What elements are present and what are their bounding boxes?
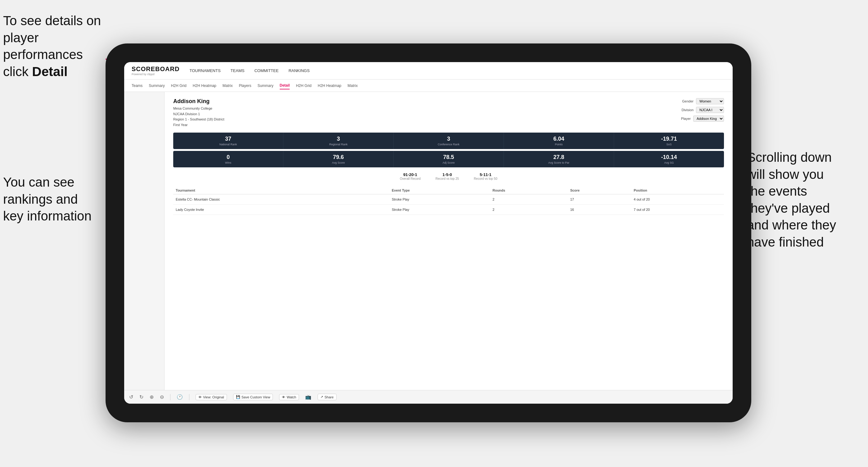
player-school: Mesa Community College (173, 106, 224, 112)
stat-avg-score-label: Avg Score (287, 161, 390, 164)
player-year: First Year (173, 122, 224, 128)
tablet-screen: SCOREBOARD Powered by clippd TOURNAMENTS… (124, 62, 733, 404)
separator-2 (189, 394, 189, 400)
nav-rankings[interactable]: RANKINGS (288, 67, 310, 74)
table-row: Estella CC- Mountain Classic Stroke Play… (173, 194, 724, 205)
division-label: Division (681, 108, 693, 112)
col-rounds: Rounds (490, 187, 567, 194)
tab-player-h2h-heatmap[interactable]: H2H Heatmap (318, 82, 341, 89)
stat-sos-label: SoS (618, 143, 720, 146)
zoom-in-icon[interactable]: ⊕ (150, 394, 154, 400)
logo-area: SCOREBOARD Powered by clippd (132, 65, 180, 76)
tab-summary[interactable]: Summary (149, 82, 164, 89)
col-score: Score (568, 187, 631, 194)
cell-event-type-1: Stroke Play (389, 194, 490, 205)
view-original-button[interactable]: 👁 View: Original (195, 394, 227, 400)
stat-wins-label: Wins (177, 161, 279, 164)
stat-sos-value: -19.71 (618, 136, 720, 142)
player-control: Player Addison King (681, 116, 724, 122)
nav-tournaments[interactable]: TOURNAMENTS (189, 67, 220, 74)
stat-adj-score: 78.5 Adj Score (394, 151, 504, 167)
stat-national-rank-value: 37 (177, 136, 279, 142)
col-position: Position (631, 187, 724, 194)
stat-wins-value: 0 (177, 154, 279, 160)
stat-conference-rank: 3 Conference Rank (394, 132, 504, 149)
undo-icon[interactable]: ↺ (129, 394, 133, 400)
col-event-type: Event Type (389, 187, 490, 194)
cell-score-2: 16 (568, 205, 631, 215)
zoom-out-icon[interactable]: ⊖ (160, 394, 164, 400)
player-name: Addison King (173, 98, 224, 105)
watch-icon: 👁 (282, 395, 285, 399)
stat-regional-rank-label: Regional Rank (287, 143, 390, 146)
watch-button[interactable]: 👁 Watch (279, 394, 299, 400)
logo-sub: Powered by clippd (132, 73, 180, 76)
tab-teams[interactable]: Teams (132, 82, 143, 89)
stat-points-label: Points (507, 143, 610, 146)
record-overall-value: 91-20-1 (400, 172, 421, 177)
annotation-right: Scrolling down will show you the events … (747, 149, 865, 251)
tab-h2h-heatmap[interactable]: H2H Heatmap (193, 82, 216, 89)
tablet-frame: SCOREBOARD Powered by clippd TOURNAMENTS… (105, 43, 751, 422)
player-select[interactable]: Addison King (693, 116, 724, 122)
cell-score-1: 17 (568, 194, 631, 205)
col-tournament: Tournament (173, 187, 389, 194)
record-top50-value: 5-11-1 (474, 172, 497, 177)
sub-nav: Teams Summary H2H Grid H2H Heatmap Matri… (124, 80, 733, 92)
bottom-toolbar: ↺ ↻ ⊕ ⊖ 🕐 👁 View: Original 💾 Save Custom… (124, 390, 733, 404)
save-custom-button[interactable]: 💾 Save Custom View (233, 394, 273, 400)
top-nav: SCOREBOARD Powered by clippd TOURNAMENTS… (124, 62, 733, 80)
tab-player-summary[interactable]: Summary (257, 82, 273, 89)
nav-committee[interactable]: COMMITTEE (254, 67, 278, 74)
clock-icon[interactable]: 🕐 (177, 394, 183, 400)
stat-points: 6.04 Points (504, 132, 614, 149)
stat-adj-score-value: 78.5 (397, 154, 500, 160)
cell-position-1: 4 out of 20 (631, 194, 724, 205)
tab-matrix[interactable]: Matrix (223, 82, 233, 89)
tab-detail[interactable]: Detail (280, 82, 290, 89)
view-original-label: View: Original (203, 395, 224, 399)
screen-icon[interactable]: 📺 (305, 394, 311, 400)
tab-player-matrix[interactable]: Matrix (348, 82, 358, 89)
stat-avg-score-value: 79.6 (287, 154, 390, 160)
table-header: Tournament Event Type Rounds Score Posit… (173, 187, 724, 194)
stat-conference-rank-label: Conference Rank (397, 143, 500, 146)
division-control: Division NJCAA I NJCAA II (681, 107, 724, 113)
save-custom-label: Save Custom View (242, 395, 270, 399)
record-overall-label: Overall Record (400, 177, 421, 180)
stat-regional-rank: 3 Regional Rank (283, 132, 394, 149)
record-overall: 91-20-1 Overall Record (400, 172, 421, 180)
record-top50: 5-11-1 Record vs top 50 (474, 172, 497, 180)
tab-player-h2h-grid[interactable]: H2H Grid (296, 82, 311, 89)
cell-tournament-2: Lady Coyote Invite (173, 205, 389, 215)
record-top25: 1-5-0 Record vs top 25 (436, 172, 459, 180)
stat-avg-score: 79.6 Avg Score (283, 151, 394, 167)
division-select[interactable]: NJCAA I NJCAA II (696, 107, 724, 113)
gender-select[interactable]: Women Men (696, 98, 724, 104)
separator-1 (170, 394, 170, 400)
record-top25-value: 1-5-0 (436, 172, 459, 177)
left-sidebar (124, 92, 164, 390)
stat-conference-rank-value: 3 (397, 136, 500, 142)
share-button[interactable]: ↗ Share (318, 394, 336, 400)
nav-teams[interactable]: TEAMS (231, 67, 245, 74)
tab-h2h-grid[interactable]: H2H Grid (171, 82, 187, 89)
redo-icon[interactable]: ↻ (140, 394, 144, 400)
annotation-top-left: To see details on player performances cl… (3, 12, 108, 80)
stats-row-2: 0 Wins 79.6 Avg Score 78.5 Adj Score 27.… (173, 151, 724, 167)
stat-sos: -19.71 SoS (614, 132, 724, 149)
stat-wins: 0 Wins (173, 151, 283, 167)
watch-label: Watch (286, 395, 296, 399)
view-icon: 👁 (198, 395, 202, 399)
save-icon: 💾 (236, 395, 240, 399)
tournament-table: Tournament Event Type Rounds Score Posit… (173, 187, 724, 215)
record-top50-label: Record vs top 50 (474, 177, 497, 180)
main-content: Addison King Mesa Community College NJCA… (164, 92, 733, 390)
stats-row-1: 37 National Rank 3 Regional Rank 3 Confe… (173, 132, 724, 149)
tab-players[interactable]: Players (239, 82, 251, 89)
stat-avg-sg-label: Avg SG (618, 161, 720, 164)
player-region: Region 1 - Southwest (18) District (173, 117, 224, 122)
cell-tournament-1: Estella CC- Mountain Classic (173, 194, 389, 205)
annotation-bottom-left: You can see rankings and key information (3, 174, 108, 225)
content-area: Addison King Mesa Community College NJCA… (124, 92, 733, 390)
